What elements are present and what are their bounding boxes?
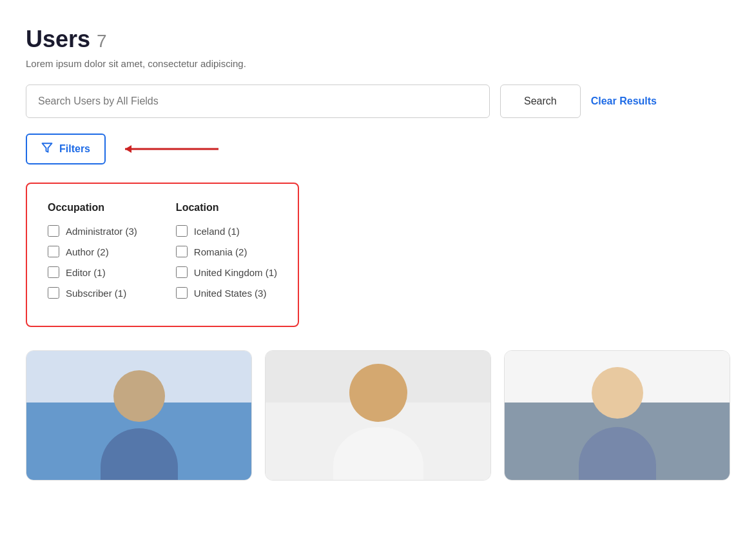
location-item-3: United States (3) [176,287,277,299]
user-card-3 [504,350,730,481]
occupation-item-3: Subscriber (1) [48,287,137,299]
occupation-checkbox-2[interactable] [48,266,59,278]
occupation-items: Administrator (3)Author (2)Editor (1)Sub… [48,225,137,299]
location-checkbox-0[interactable] [176,225,188,237]
occupation-checkbox-0[interactable] [48,225,59,237]
location-label-0: Iceland (1) [194,226,240,237]
users-grid [26,350,730,481]
occupation-item-1: Author (2) [48,246,137,257]
location-item-1: Romania (2) [176,246,277,257]
search-input[interactable] [26,85,490,118]
clear-results-button[interactable]: Clear Results [591,95,657,107]
location-label-1: Romania (2) [194,246,247,257]
occupation-label-2: Editor (1) [66,267,106,278]
user-avatar-2 [266,351,490,480]
user-count: 7 [97,31,107,52]
location-item-0: Iceland (1) [176,225,277,237]
occupation-item-2: Editor (1) [48,266,137,278]
arrow-annotation [119,137,222,161]
occupation-checkbox-3[interactable] [48,287,59,299]
filter-panel: Occupation Administrator (3)Author (2)Ed… [26,183,299,327]
location-label-2: United Kingdom (1) [194,267,277,278]
search-button[interactable]: Search [500,85,581,118]
user-card-2 [265,350,491,481]
page-title: Users [26,26,90,53]
location-title: Location [176,202,277,214]
svg-marker-2 [125,145,131,153]
occupation-item-0: Administrator (3) [48,225,137,237]
svg-marker-0 [43,143,52,152]
location-item-2: United Kingdom (1) [176,266,277,278]
location-items: Iceland (1)Romania (2)United Kingdom (1)… [176,225,277,299]
page-subtitle: Lorem ipsum dolor sit amet, consectetur … [26,58,730,69]
filter-row: Filters [26,134,730,164]
occupation-label-0: Administrator (3) [66,226,137,237]
occupation-filter-group: Occupation Administrator (3)Author (2)Ed… [48,202,137,308]
filters-label: Filters [59,143,90,155]
occupation-checkbox-1[interactable] [48,246,59,257]
search-row: Search Clear Results [26,85,730,118]
user-card-1 [26,350,252,481]
user-avatar-3 [505,351,730,480]
location-label-3: United States (3) [194,288,267,299]
occupation-title: Occupation [48,202,137,214]
location-filter-group: Location Iceland (1)Romania (2)United Ki… [176,202,277,308]
page-header: Users 7 Lorem ipsum dolor sit amet, cons… [26,26,730,69]
filter-icon [41,142,53,157]
location-checkbox-1[interactable] [176,246,188,257]
location-checkbox-3[interactable] [176,287,188,299]
occupation-label-3: Subscriber (1) [66,288,126,299]
location-checkbox-2[interactable] [176,266,188,278]
user-avatar-1 [26,351,251,480]
occupation-label-1: Author (2) [66,246,109,257]
filters-button[interactable]: Filters [26,134,106,164]
